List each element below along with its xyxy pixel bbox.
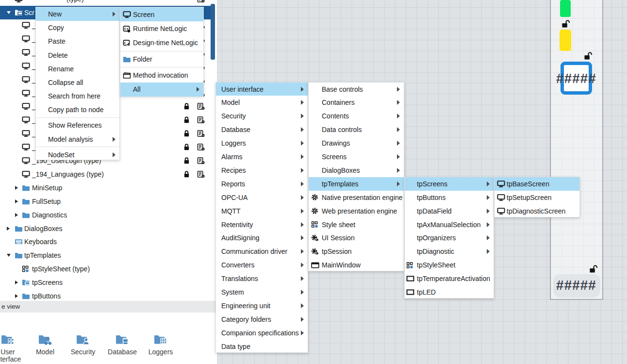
node-settings-icon[interactable] bbox=[197, 157, 205, 165]
menu-item-new[interactable]: New bbox=[36, 7, 119, 21]
dock-item-model[interactable]: Model bbox=[31, 334, 60, 356]
menu-item-tpbasescreen[interactable]: tpBaseScreen bbox=[495, 177, 579, 191]
menu-item-companion-specifications[interactable]: Companion specifications bbox=[216, 326, 308, 340]
menu-item-converters[interactable]: Converters bbox=[216, 258, 308, 272]
menu-item-retentivity[interactable]: Retentivity bbox=[216, 218, 308, 232]
menu-item-tptemplates[interactable]: tpTemplates bbox=[309, 177, 404, 191]
collapse-arrow-icon[interactable] bbox=[7, 254, 11, 257]
menu-item-tpdiagnostic[interactable]: tpDiagnostic bbox=[405, 245, 494, 258]
menu-item-tpsetupscreen[interactable]: tpSetupScreen bbox=[495, 191, 579, 204]
menu-item-copy-path-to-node[interactable]: Copy path to node bbox=[36, 103, 119, 116]
expand-arrow-icon[interactable] bbox=[15, 213, 18, 217]
menu-item-show-references[interactable]: Show References bbox=[36, 118, 119, 132]
tree-row-tpscreens[interactable]: tpScreens bbox=[0, 276, 211, 289]
menu-item-auditsigning[interactable]: AuditSigning bbox=[216, 231, 308, 245]
menu-item-tpdatafield[interactable]: tpDataField bbox=[405, 204, 494, 218]
yellow-led-widget[interactable] bbox=[560, 30, 571, 51]
menu-item-tptemperatureactivation[interactable]: tpTemperatureActivation bbox=[405, 272, 494, 285]
menu-item-nodeset[interactable]: NodeSet bbox=[36, 148, 119, 162]
menu-item-rename[interactable]: Rename bbox=[36, 62, 119, 76]
dock-item-database[interactable]: Database bbox=[108, 334, 137, 356]
menu-item-tpaxmanualselection[interactable]: tpAxManualSelection bbox=[405, 218, 494, 232]
menu-item-folder[interactable]: Folder bbox=[120, 52, 203, 66]
menu-item-label: tpSetupScreen bbox=[507, 194, 552, 201]
expand-arrow-icon[interactable] bbox=[15, 294, 18, 298]
menu-item-data-type[interactable]: Data type bbox=[216, 340, 308, 353]
dock-item-user-interface[interactable]: User Interface bbox=[0, 334, 22, 363]
menu-item-label: Design-time NetLogic bbox=[133, 39, 198, 47]
dock-item-security[interactable]: Security bbox=[68, 334, 98, 356]
menu-item-search-from-here[interactable]: Search from here bbox=[36, 89, 119, 103]
menu-item-web-presentation-engine[interactable]: Web presentation engine bbox=[309, 204, 404, 218]
tree-row-diagnostics[interactable]: Diagnostics bbox=[0, 208, 211, 222]
menu-item-security[interactable]: Security bbox=[216, 109, 308, 123]
menu-item-communication-driver[interactable]: Communication driver bbox=[216, 245, 308, 258]
tree-row-fullsetup[interactable]: FullSetup bbox=[0, 195, 211, 208]
menu-item-native-presentation-engine[interactable]: Native presentation engine bbox=[309, 191, 404, 204]
menu-item-engineering-unit[interactable]: Engineering unit bbox=[216, 299, 308, 313]
menu-item-delete[interactable]: Delete bbox=[36, 49, 119, 62]
menu-item-tpdiagnosticscreen[interactable]: tpDiagnosticScreen bbox=[495, 204, 579, 218]
expand-arrow-icon[interactable] bbox=[15, 199, 18, 203]
menu-item-screens[interactable]: Screens bbox=[309, 150, 404, 164]
expand-arrow-icon[interactable] bbox=[7, 227, 10, 231]
menu-item-containers[interactable]: Containers bbox=[309, 96, 404, 109]
node-settings-icon[interactable] bbox=[197, 144, 205, 151]
tree-row-tptemplates[interactable]: tpTemplates bbox=[0, 248, 211, 262]
expand-arrow-icon[interactable] bbox=[15, 281, 18, 284]
tree-row-194-languages-type[interactable]: _194_Languages (type) bbox=[0, 167, 211, 181]
menu-item-all[interactable]: All bbox=[120, 83, 203, 97]
menu-item-data-controls[interactable]: Data controls bbox=[309, 123, 404, 136]
menu-item-model-analysis[interactable]: Model analysis bbox=[36, 132, 119, 146]
menu-item-alarms[interactable]: Alarms bbox=[216, 150, 308, 164]
menu-item-tpsession[interactable]: tpSession bbox=[309, 245, 404, 258]
menu-item-reports[interactable]: Reports bbox=[216, 177, 308, 191]
tree-row-dialogboxes[interactable]: DialogBoxes bbox=[0, 222, 211, 235]
menu-item-translations[interactable]: Translations bbox=[216, 272, 308, 285]
menu-item-label: Show References bbox=[48, 121, 102, 129]
tree-scrollbar[interactable] bbox=[211, 4, 215, 60]
menu-item-user-interface[interactable]: User interface bbox=[216, 83, 308, 96]
dock-item-loggers[interactable]: Loggers bbox=[146, 334, 175, 356]
menu-item-style-sheet[interactable]: Style sheet bbox=[309, 218, 404, 232]
menu-item-opc-ua[interactable]: OPC-UA bbox=[216, 191, 308, 204]
node-settings-icon[interactable] bbox=[197, 130, 205, 137]
menu-item-database[interactable]: Database bbox=[216, 123, 308, 136]
green-led-widget[interactable] bbox=[560, 0, 571, 17]
expand-arrow-icon[interactable] bbox=[15, 186, 18, 190]
tree-row-type[interactable]: (type) bbox=[0, 0, 211, 6]
menu-item-loggers[interactable]: Loggers bbox=[216, 136, 308, 150]
menu-item-tpscreens[interactable]: tpScreens bbox=[405, 177, 494, 191]
menu-item-paste[interactable]: Paste bbox=[36, 34, 119, 48]
menu-item-runtime-netlogic[interactable]: Runtime NetLogic bbox=[120, 21, 203, 35]
menu-item-drawings[interactable]: Drawings bbox=[309, 136, 404, 150]
menu-item-mainwindow[interactable]: MainWindow bbox=[309, 258, 404, 272]
menu-item-dialogboxes[interactable]: DialogBoxes bbox=[309, 164, 404, 177]
menu-item-ui-session[interactable]: UI Session bbox=[309, 231, 404, 245]
node-settings-icon[interactable] bbox=[197, 170, 205, 178]
menu-item-tpled[interactable]: tpLED bbox=[405, 285, 494, 299]
tree-row-tpstylesheet-type[interactable]: tpStyleSheet (type) bbox=[0, 262, 211, 276]
menu-item-collapse-all[interactable]: Collapse all bbox=[36, 76, 119, 89]
menu-item-design-time-netlogic[interactable]: Design-time NetLogic bbox=[120, 36, 203, 50]
collapse-arrow-icon[interactable] bbox=[7, 11, 11, 14]
screen-template-page[interactable] bbox=[550, 0, 603, 300]
menu-item-tpstylesheet[interactable]: tpStyleSheet bbox=[405, 258, 494, 272]
tree-row-minisetup[interactable]: MiniSetup bbox=[0, 181, 211, 195]
tree-row-keyboards[interactable]: Keyboards bbox=[0, 235, 211, 248]
menu-item-system[interactable]: System bbox=[216, 285, 308, 299]
menu-item-tporganizers[interactable]: tpOrganizers bbox=[405, 231, 494, 245]
menu-item-contents[interactable]: Contents bbox=[309, 109, 404, 123]
menu-item-copy[interactable]: Copy bbox=[36, 21, 119, 34]
node-settings-icon[interactable] bbox=[197, 116, 205, 124]
menu-item-screen[interactable]: Screen bbox=[120, 7, 203, 21]
node-settings-icon[interactable] bbox=[197, 103, 205, 110]
menu-item-recipes[interactable]: Recipes bbox=[216, 164, 308, 177]
menu-item-tpbuttons[interactable]: tpButtons bbox=[405, 191, 494, 204]
menu-item-base-controls[interactable]: Base controls bbox=[309, 83, 404, 96]
menu-item-category-folders[interactable]: Category folders bbox=[216, 313, 308, 326]
menu-item-model[interactable]: Model bbox=[216, 96, 308, 109]
menu-item-mqtt[interactable]: MQTT bbox=[216, 204, 308, 218]
menu-item-method-invocation[interactable]: Method invocation bbox=[120, 68, 203, 82]
node-settings-icon[interactable] bbox=[197, 0, 205, 3]
